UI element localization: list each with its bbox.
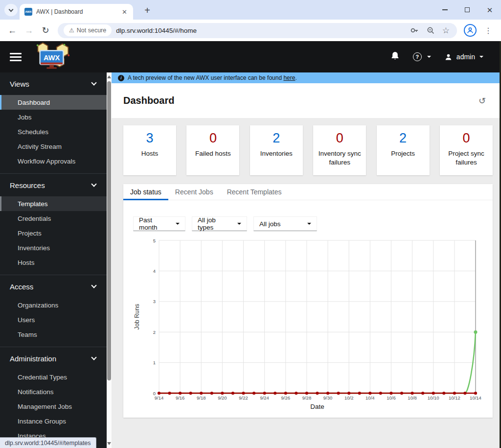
sidebar-item-management-jobs[interactable]: Management Jobs [0,399,107,414]
summary-value: 3 [123,132,176,145]
summary-card-project-sync-failures[interactable]: 0Project sync failures [440,125,493,175]
window-minimize-button[interactable] [433,0,456,20]
banner-here-link[interactable]: here [283,74,295,81]
sidebar-group-administration: AdministrationCredential TypesNotificati… [0,347,107,448]
password-key-icon[interactable] [410,26,419,35]
summary-value: 2 [250,132,303,145]
sidebar-group-label: Administration [10,354,56,363]
sidebar-item-credentials[interactable]: Credentials [0,211,107,226]
minimize-icon [442,9,448,10]
tab-close-icon[interactable]: ✕ [121,8,128,16]
scroll-up-icon[interactable] [107,75,111,78]
browser-profile-avatar[interactable] [464,24,477,37]
scrollbar-thumb[interactable] [107,81,111,380]
svg-text:2: 2 [153,330,156,335]
sidebar-group-label: Views [10,80,29,88]
sidebar-item-notifications[interactable]: Notifications [0,384,107,399]
back-button[interactable]: ← [4,25,21,36]
sidebar-group-header-views[interactable]: Views [0,77,107,90]
info-icon: i [118,75,124,81]
svg-text:9/16: 9/16 [176,395,185,401]
maximize-icon [465,7,470,12]
tab-job-status[interactable]: Job status [123,184,168,200]
caret-down-icon [427,56,431,58]
sidebar-item-hosts[interactable]: Hosts [0,255,107,270]
sidebar-group-header-resources[interactable]: Resources [0,179,107,191]
scroll-down-icon[interactable] [107,442,111,445]
new-tab-button[interactable]: + [141,4,154,17]
tab-search-button[interactable] [4,4,18,16]
summary-card-failed-hosts[interactable]: 0Failed hosts [186,125,239,175]
sidebar-item-organizations[interactable]: Organizations [0,298,107,312]
banner-text: A tech preview of the new AWX user inter… [128,74,282,81]
address-bar[interactable]: ⚠ Not secure dlp.srv.world:10445/#/home … [58,23,457,38]
svg-text:3: 3 [153,299,156,304]
help-menu[interactable]: ? [413,52,431,61]
username: admin [456,53,475,61]
summary-label: Failed hosts [186,149,239,158]
summary-cards: 3Hosts0Failed hosts2Inventories0Inventor… [123,125,493,175]
summary-label: Inventory sync failures [313,149,366,167]
svg-text:10/14: 10/14 [470,395,481,401]
bookmark-star-icon[interactable]: ☆ [442,25,450,36]
chevron-down-icon [91,80,96,85]
not-secure-chip[interactable]: ⚠ Not secure [64,24,112,36]
tab-recent-jobs[interactable]: Recent Jobs [168,184,220,200]
sidebar-item-dashboard[interactable]: Dashboard [0,95,107,110]
sidebar-item-inventories[interactable]: Inventories [0,240,107,255]
sidebar-item-credential-types[interactable]: Credential Types [0,370,107,384]
summary-card-hosts[interactable]: 3Hosts [123,125,176,175]
browser-tab[interactable]: AWX AWX | Dashboard ✕ [20,4,133,20]
sidebar-group-label: Resources [10,181,45,189]
caret-down-icon [176,223,180,225]
sidebar-item-projects[interactable]: Projects [0,226,107,240]
zoom-icon[interactable] [426,26,435,35]
sidebar-nav: ViewsDashboardJobsSchedulesActivity Stre… [0,72,107,448]
window-maximize-button[interactable] [456,0,478,20]
user-menu[interactable]: admin [445,53,483,61]
filter-select-all-job-types[interactable]: All job types [192,216,247,231]
svg-text:10/8: 10/8 [408,395,417,401]
status-bar-link-preview: dlp.srv.world:10445/#/templates [0,437,96,448]
svg-text:AWX: AWX [44,54,60,62]
filter-select-all-jobs[interactable]: All jobs [253,216,317,231]
summary-card-projects[interactable]: 2Projects [377,125,430,175]
filter-value: All jobs [259,220,281,228]
tab-bar: Job statusRecent JobsRecent Templates [123,184,493,200]
awx-header: AWX ? admin [0,41,501,72]
summary-card-inventories[interactable]: 2Inventories [250,125,303,175]
chevron-down-icon [91,181,96,187]
sidebar-group-access: AccessOrganizationsUsersTeams [0,275,107,347]
browser-menu-icon[interactable]: ⋮ [479,26,497,35]
sidebar-item-teams[interactable]: Teams [0,327,107,342]
history-icon[interactable]: ↺ [478,95,486,106]
filter-select-past-month[interactable]: Past month [133,216,185,231]
summary-card-inventory-sync-failures[interactable]: 0Inventory sync failures [313,125,366,175]
sidebar-group-header-administration[interactable]: Administration [0,352,107,365]
svg-text:Date: Date [310,403,324,410]
awx-logo[interactable]: AWX [32,42,73,71]
tab-recent-templates[interactable]: Recent Templates [220,184,289,200]
url-text[interactable]: dlp.srv.world:10445/#/home [116,27,404,34]
sidebar-item-activity-stream[interactable]: Activity Stream [0,139,107,154]
forward-button[interactable]: → [21,25,37,36]
chevron-down-icon [91,283,96,288]
sidebar-item-workflow-approvals[interactable]: Workflow Approvals [0,154,107,168]
reload-button[interactable]: ↻ [37,25,54,36]
job-status-panel: Job statusRecent JobsRecent Templates Pa… [123,184,493,418]
svg-text:10/12: 10/12 [449,395,460,401]
notifications-bell-icon[interactable] [391,51,399,62]
sidebar-item-jobs[interactable]: Jobs [0,110,107,124]
svg-text:9/30: 9/30 [323,395,333,401]
sidebar-group-header-access[interactable]: Access [0,280,107,293]
hamburger-menu-icon[interactable] [10,53,22,61]
summary-label: Project sync failures [440,149,493,167]
sidebar-item-instance-groups[interactable]: Instance Groups [0,414,107,428]
sidebar-item-templates[interactable]: Templates [0,196,107,211]
sidebar-item-schedules[interactable]: Schedules [0,124,107,139]
page-scrollbar[interactable] [107,72,112,448]
sidebar-item-users[interactable]: Users [0,312,107,327]
summary-value: 0 [440,132,493,145]
window-close-button[interactable]: ✕ [478,0,501,20]
summary-label: Hosts [123,149,176,158]
